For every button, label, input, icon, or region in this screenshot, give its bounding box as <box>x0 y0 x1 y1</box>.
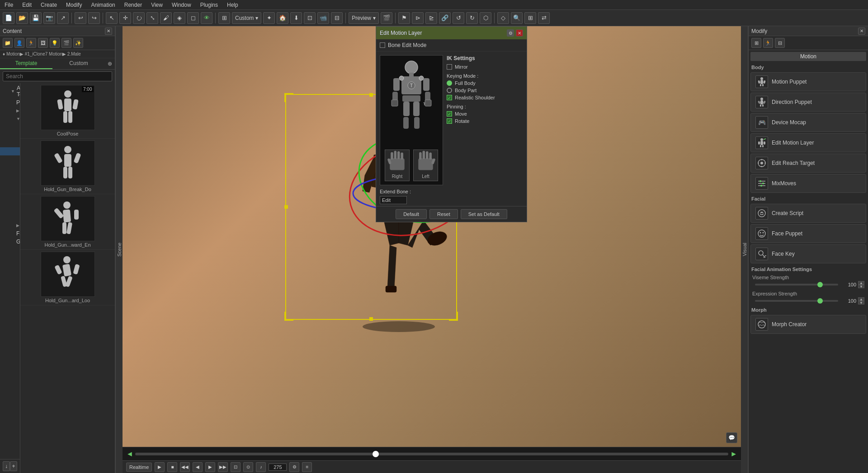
thumb-holdgun2-box[interactable] <box>41 196 95 241</box>
settings-button[interactable]: ⚙ <box>289 462 299 472</box>
stop-button[interactable]: ■ <box>167 462 177 472</box>
save-button[interactable]: 💾 <box>30 12 42 24</box>
add-button[interactable]: + <box>10 461 17 471</box>
tree-item-animation-temp[interactable]: ▼ Animation Temp <box>0 84 20 98</box>
tree-item-face[interactable]: Face <box>0 229 20 238</box>
anim-btn2[interactable]: ⊵ <box>425 12 437 24</box>
modify-icon-figure[interactable]: 🏃 <box>763 38 773 48</box>
grid-button[interactable]: ⊞ <box>218 12 230 24</box>
tab-custom[interactable]: Custom <box>52 58 105 69</box>
select-button[interactable]: ↖ <box>106 12 118 24</box>
content-icon-person[interactable]: 👤 <box>14 38 24 48</box>
tree-item-motion[interactable]: ▼ Motion <box>0 115 20 123</box>
menu-help[interactable]: Help <box>224 1 241 9</box>
tab-template[interactable]: Template <box>0 58 52 69</box>
expression-slider[interactable] <box>755 300 838 302</box>
rotate-checkbox[interactable]: ✓ <box>447 118 452 124</box>
realtime-dropdown[interactable]: Realtime <box>126 463 152 472</box>
flag-button[interactable]: ⚑ <box>398 12 410 24</box>
snap-button[interactable]: ⊞ <box>524 12 536 24</box>
home-button[interactable]: 🏠 <box>277 12 288 24</box>
tree-item-00-pose[interactable]: ▶ 00_Pose <box>0 123 20 131</box>
more-button[interactable]: ≡ <box>302 462 312 472</box>
edit-reach-target-button[interactable]: Edit Reach Target <box>750 154 866 173</box>
direction-puppet-button[interactable]: Direction Puppet <box>750 93 866 112</box>
right-hand-box[interactable]: Right <box>385 150 410 181</box>
content-icon-image[interactable]: 🖼 <box>38 38 48 48</box>
mixmoves-button[interactable]: MixMoves <box>750 174 866 193</box>
redo-button[interactable]: ↪ <box>88 12 100 24</box>
tree-item-02-g6-1[interactable]: ▶ 02_G6 Mot <box>0 164 20 178</box>
menu-create[interactable]: Create <box>38 1 60 9</box>
cam-button[interactable]: 📹 <box>317 12 329 24</box>
default-button[interactable]: Default <box>396 209 427 219</box>
thumb-holdgun1-box[interactable] <box>41 140 95 186</box>
eye-button[interactable]: 👁 <box>201 12 212 24</box>
tabs-more-button[interactable]: ⊕ <box>105 58 115 69</box>
next-frame-button[interactable]: ▶ <box>205 462 215 472</box>
loop-button[interactable]: ⊡ <box>231 462 241 472</box>
face-puppet-button[interactable]: Face Puppet <box>750 224 866 243</box>
menu-view[interactable]: View <box>148 1 165 9</box>
eml-settings-icon[interactable]: ⚙ <box>507 29 514 37</box>
thumb-holdgun3-box[interactable] <box>41 252 95 297</box>
next-key-button[interactable]: ▶▶ <box>218 462 228 472</box>
tree-item-3-female[interactable]: 3.Female <box>0 155 20 164</box>
expression-down-button[interactable]: ▼ <box>858 301 864 304</box>
tree-item-motionplus[interactable]: ▶ MotionPlus <box>0 107 20 115</box>
record-button[interactable]: ⊙ <box>243 462 253 472</box>
preview-dropdown[interactable]: Preview ▾ <box>349 12 379 24</box>
reset-button[interactable]: Reset <box>429 209 458 219</box>
import-button[interactable]: ⬇ <box>290 12 302 24</box>
tree-item-01-iclone[interactable]: ▼ 01_iClone7 <box>0 131 20 139</box>
comment-button[interactable]: 💬 <box>726 432 737 443</box>
menu-window[interactable]: Window <box>169 1 194 9</box>
export-button[interactable]: ↗ <box>57 12 69 24</box>
timeline-right-arrow[interactable]: ► <box>728 450 737 458</box>
timeline-track[interactable] <box>135 453 728 455</box>
set-as-default-button[interactable]: Set as Default <box>461 209 507 219</box>
extend-bone-input[interactable] <box>380 196 407 204</box>
edit-motion-layer-button[interactable]: Edit Motion Layer <box>750 133 866 152</box>
scroll-left-button[interactable]: ↓ <box>3 461 10 471</box>
paint-button[interactable]: 🖌 <box>160 12 172 24</box>
tree-item-gesture[interactable]: Gesture <box>0 238 20 246</box>
viseme-slider[interactable] <box>755 284 838 286</box>
open-button[interactable]: 📂 <box>16 12 28 24</box>
move-checkbox[interactable]: ✓ <box>447 111 452 117</box>
tree-item-1-idle[interactable]: 1.Idle <box>0 139 20 147</box>
video-button[interactable]: 🎬 <box>381 12 392 24</box>
menu-modify[interactable]: Modify <box>63 1 85 9</box>
bone-edit-checkbox[interactable] <box>380 42 385 48</box>
eml-close-button[interactable]: ✕ <box>516 29 523 37</box>
audio-button[interactable]: ♪ <box>256 462 266 472</box>
prev-key-button[interactable]: ◀◀ <box>180 462 190 472</box>
face-key-button[interactable]: Face Key <box>750 244 866 263</box>
sun-button[interactable]: ✦ <box>263 12 275 24</box>
capture-button[interactable]: 📷 <box>43 12 55 24</box>
left-hand-box[interactable]: Left <box>413 150 438 181</box>
menu-animation[interactable]: Animation <box>88 1 118 9</box>
diamond-button[interactable]: ◇ <box>497 12 509 24</box>
custom-dropdown[interactable]: Custom ▾ <box>232 12 261 24</box>
full-body-radio[interactable] <box>447 80 452 86</box>
content-icon-light[interactable]: 💡 <box>50 38 60 48</box>
content-icon-folder[interactable]: 📁 <box>3 38 13 48</box>
undo-button[interactable]: ↩ <box>75 12 86 24</box>
content-close-button[interactable]: ✕ <box>105 28 112 35</box>
move-button[interactable]: ✛ <box>119 12 131 24</box>
mirror-checkbox[interactable] <box>447 64 452 70</box>
anim-btn4[interactable]: ↺ <box>453 12 464 24</box>
tree-item-horse[interactable]: ▶ Horse <box>0 221 20 229</box>
content-icon-camera[interactable]: 🎬 <box>61 38 71 48</box>
anim-btn6[interactable]: ⬡ <box>480 12 491 24</box>
anim-btn1[interactable]: ⊳ <box>412 12 424 24</box>
scale-button[interactable]: ⤡ <box>146 12 158 24</box>
expression-thumb[interactable] <box>817 298 823 304</box>
tree-item-02-g6-2[interactable]: ▶ 02_G6 Mot <box>0 178 20 192</box>
create-script-button[interactable]: Create Script <box>750 204 866 223</box>
thumb-coolpose-box[interactable]: 7:00 <box>41 85 95 130</box>
timeline-thumb[interactable] <box>373 451 379 457</box>
content-icon-anim[interactable]: 🏃 <box>26 38 36 48</box>
tree-item-persona[interactable]: Persona <box>0 98 20 107</box>
